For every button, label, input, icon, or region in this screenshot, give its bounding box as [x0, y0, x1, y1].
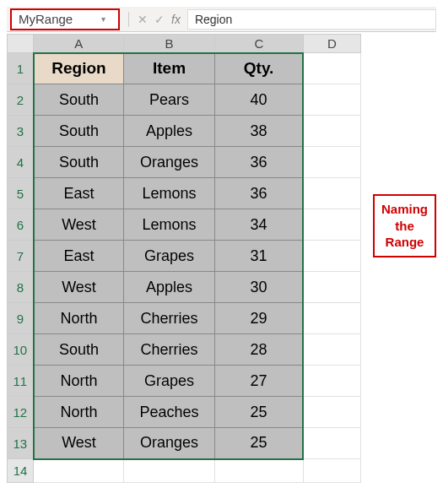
- fx-icon[interactable]: fx: [171, 13, 181, 26]
- cell[interactable]: South: [34, 147, 124, 178]
- cell[interactable]: Pears: [124, 84, 214, 116]
- col-header-b[interactable]: B: [124, 35, 214, 53]
- cell[interactable]: Item: [124, 53, 214, 84]
- formula-bar: MyRange ▾ ✕ ✓ fx Region: [7, 7, 436, 32]
- cell[interactable]: 30: [214, 272, 303, 303]
- cell[interactable]: Apples: [124, 272, 214, 303]
- row-header[interactable]: 4: [8, 147, 34, 178]
- separator: [128, 12, 129, 27]
- row-header[interactable]: 3: [8, 116, 34, 147]
- spreadsheet-grid[interactable]: A B C D 1 Region Item Qty. 2 South Pears…: [7, 34, 361, 483]
- cell[interactable]: [303, 303, 360, 334]
- formula-input[interactable]: Region: [187, 9, 436, 30]
- cell[interactable]: North: [34, 397, 124, 428]
- cell[interactable]: [303, 459, 360, 483]
- row-header[interactable]: 7: [8, 241, 34, 272]
- name-box[interactable]: MyRange ▾: [10, 8, 120, 30]
- cell[interactable]: 31: [214, 241, 303, 272]
- callout-annotation: Naming the Range: [373, 194, 436, 257]
- cell[interactable]: Region: [34, 53, 124, 84]
- cell[interactable]: North: [34, 366, 124, 397]
- cell[interactable]: 28: [214, 334, 303, 366]
- cell[interactable]: Lemons: [124, 178, 214, 209]
- cell[interactable]: 25: [214, 397, 303, 428]
- callout-line: Range: [386, 235, 424, 249]
- cell[interactable]: Lemons: [124, 209, 214, 241]
- cell[interactable]: [303, 84, 360, 116]
- cell[interactable]: Cherries: [124, 334, 214, 366]
- callout-line: Naming: [381, 202, 428, 216]
- select-all-corner[interactable]: [8, 35, 34, 53]
- cancel-icon[interactable]: ✕: [134, 13, 151, 26]
- enter-icon[interactable]: ✓: [151, 13, 168, 26]
- col-header-c[interactable]: C: [214, 35, 303, 53]
- cell[interactable]: 36: [214, 147, 303, 178]
- cell[interactable]: West: [34, 272, 124, 303]
- cell[interactable]: [303, 366, 360, 397]
- cell[interactable]: [124, 459, 214, 483]
- row-header[interactable]: 2: [8, 84, 34, 116]
- cell[interactable]: [303, 53, 360, 84]
- cell[interactable]: South: [34, 334, 124, 366]
- cell[interactable]: Apples: [124, 116, 214, 147]
- cell[interactable]: North: [34, 303, 124, 334]
- cell[interactable]: Qty.: [214, 53, 303, 84]
- cell[interactable]: East: [34, 241, 124, 272]
- cell[interactable]: [303, 397, 360, 428]
- cell[interactable]: West: [34, 428, 124, 459]
- cell[interactable]: Grapes: [124, 241, 214, 272]
- cell[interactable]: Oranges: [124, 147, 214, 178]
- cell[interactable]: [34, 459, 124, 483]
- cell[interactable]: 27: [214, 366, 303, 397]
- callout-line: the: [395, 219, 414, 233]
- row-header[interactable]: 6: [8, 209, 34, 241]
- row-header[interactable]: 12: [8, 397, 34, 428]
- cell[interactable]: 40: [214, 84, 303, 116]
- cell[interactable]: [303, 209, 360, 241]
- cell[interactable]: [303, 428, 360, 459]
- row-header[interactable]: 8: [8, 272, 34, 303]
- cell[interactable]: West: [34, 209, 124, 241]
- cell[interactable]: 38: [214, 116, 303, 147]
- row-header[interactable]: 14: [8, 459, 34, 483]
- cell[interactable]: [303, 147, 360, 178]
- cell[interactable]: 34: [214, 209, 303, 241]
- chevron-down-icon[interactable]: ▾: [101, 14, 111, 24]
- cell[interactable]: 36: [214, 178, 303, 209]
- col-header-a[interactable]: A: [34, 35, 124, 53]
- cell[interactable]: [303, 116, 360, 147]
- formula-value: Region: [195, 13, 232, 26]
- cell[interactable]: [303, 272, 360, 303]
- cell[interactable]: Cherries: [124, 303, 214, 334]
- row-header[interactable]: 11: [8, 366, 34, 397]
- row-header[interactable]: 1: [8, 53, 34, 84]
- cell[interactable]: [303, 241, 360, 272]
- cell[interactable]: Peaches: [124, 397, 214, 428]
- name-box-value: MyRange: [19, 12, 73, 26]
- cell[interactable]: Grapes: [124, 366, 214, 397]
- cell[interactable]: [303, 178, 360, 209]
- cell[interactable]: South: [34, 84, 124, 116]
- row-header[interactable]: 9: [8, 303, 34, 334]
- row-header[interactable]: 5: [8, 178, 34, 209]
- row-header[interactable]: 10: [8, 334, 34, 366]
- cell[interactable]: South: [34, 116, 124, 147]
- row-header[interactable]: 13: [8, 428, 34, 459]
- cell[interactable]: East: [34, 178, 124, 209]
- col-header-d[interactable]: D: [303, 35, 360, 53]
- cell[interactable]: Oranges: [124, 428, 214, 459]
- cell[interactable]: 25: [214, 428, 303, 459]
- cell[interactable]: [303, 334, 360, 366]
- cell[interactable]: 29: [214, 303, 303, 334]
- cell[interactable]: [214, 459, 303, 483]
